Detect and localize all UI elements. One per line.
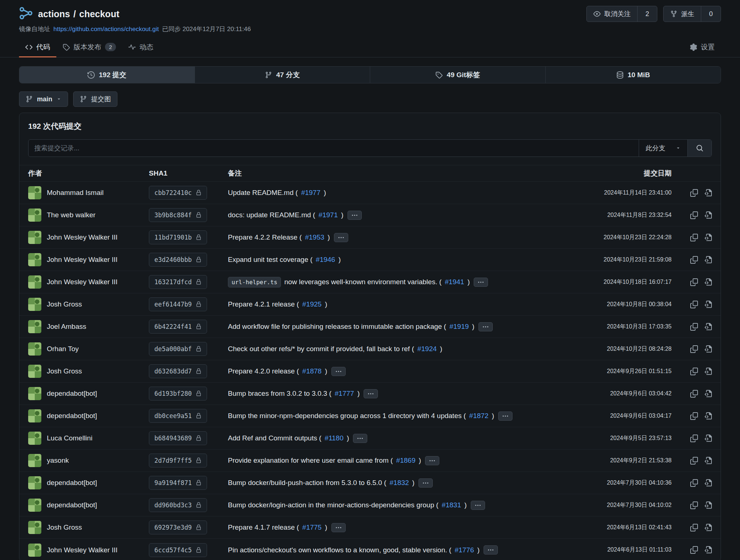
- stat-branches[interactable]: 47 分支: [195, 67, 370, 83]
- pr-link[interactable]: #1832: [390, 479, 409, 487]
- stat-size[interactable]: 10 MiB: [545, 67, 721, 83]
- commit-message-link[interactable]: Prepare 4.1.7 release (#1775): [228, 523, 327, 531]
- commit-sha-badge[interactable]: de5a000abf: [149, 342, 207, 356]
- pr-link[interactable]: #1775: [302, 523, 322, 531]
- repo-name-link[interactable]: checkout: [79, 9, 119, 19]
- pr-link[interactable]: #1180: [325, 434, 343, 442]
- avatar[interactable]: [28, 298, 41, 311]
- commit-author-link[interactable]: The web walker: [47, 211, 95, 219]
- expand-commit-body-button[interactable]: [353, 434, 367, 443]
- copy-sha-button[interactable]: [690, 546, 698, 554]
- commit-sha-badge[interactable]: e3d2460bbb: [149, 253, 207, 267]
- commit-message-link[interactable]: Bump the minor-npm-dependencies group ac…: [228, 412, 494, 420]
- commit-message-link[interactable]: Pin actions/checkout's own workflows to …: [228, 546, 480, 554]
- commit-message-link[interactable]: Bump docker/login-action in the minor-ac…: [228, 501, 467, 509]
- copy-sha-button[interactable]: [690, 345, 698, 353]
- copy-sha-button[interactable]: [690, 256, 698, 264]
- commit-sha-badge[interactable]: 163217dfcd: [149, 275, 207, 289]
- commit-sha-badge[interactable]: d632683dd7: [149, 364, 207, 378]
- pr-link[interactable]: #1941: [445, 278, 464, 286]
- browse-source-button[interactable]: [704, 390, 712, 398]
- pr-link[interactable]: #1924: [417, 345, 437, 353]
- pr-link[interactable]: #1831: [442, 501, 461, 509]
- tab-activity[interactable]: 动态: [122, 37, 159, 57]
- avatar[interactable]: [28, 365, 41, 378]
- pr-link[interactable]: #1872: [469, 412, 489, 420]
- copy-sha-button[interactable]: [690, 412, 698, 420]
- avatar[interactable]: [28, 253, 41, 266]
- avatar[interactable]: [28, 476, 41, 489]
- commit-message-link[interactable]: Prepare 4.2.2 Release (#1953): [228, 233, 330, 241]
- commit-sha-badge[interactable]: 6d193bf280: [149, 387, 207, 401]
- forks-count[interactable]: 0: [701, 6, 721, 22]
- search-button[interactable]: [687, 140, 711, 157]
- expand-commit-body-button[interactable]: [471, 501, 485, 510]
- avatar[interactable]: [28, 320, 41, 333]
- pr-link[interactable]: #1776: [455, 546, 474, 554]
- pr-link[interactable]: #1971: [319, 211, 338, 219]
- expand-commit-body-button[interactable]: [348, 211, 362, 220]
- expand-commit-body-button[interactable]: [334, 233, 348, 242]
- copy-sha-button[interactable]: [690, 524, 698, 531]
- commit-sha-badge[interactable]: 6b42224f41: [149, 320, 207, 334]
- commit-author-link[interactable]: John Wesley Walker III: [47, 278, 117, 286]
- tab-settings[interactable]: 设置: [684, 37, 721, 57]
- avatar[interactable]: [28, 186, 41, 199]
- browse-source-button[interactable]: [704, 211, 712, 219]
- copy-sha-button[interactable]: [690, 301, 698, 308]
- commit-graph-button[interactable]: 提交图: [73, 91, 117, 107]
- commit-author-link[interactable]: John Wesley Walker III: [47, 233, 117, 241]
- commit-message-link[interactable]: url-helper.ts now leverages well-known e…: [228, 277, 470, 287]
- commit-message-link[interactable]: Bump braces from 3.0.2 to 3.0.3 (#1777): [228, 390, 360, 398]
- browse-source-button[interactable]: [704, 501, 712, 509]
- avatar[interactable]: [28, 208, 41, 222]
- commit-author-link[interactable]: Josh Gross: [47, 300, 82, 308]
- commit-sha-badge[interactable]: 3b9b8c884f: [149, 208, 207, 222]
- commit-search-input[interactable]: [29, 140, 639, 157]
- browse-source-button[interactable]: [704, 234, 712, 241]
- commit-sha-badge[interactable]: dd960bd3c3: [149, 498, 207, 512]
- commit-author-link[interactable]: Orhan Toy: [47, 345, 79, 353]
- commit-author-link[interactable]: yasonk: [47, 456, 69, 465]
- browse-source-button[interactable]: [704, 412, 712, 420]
- copy-sha-button[interactable]: [690, 189, 698, 197]
- copy-sha-button[interactable]: [690, 501, 698, 509]
- expand-commit-body-button[interactable]: [478, 322, 493, 331]
- browse-source-button[interactable]: [704, 301, 712, 308]
- commit-sha-badge[interactable]: b684943689: [149, 431, 207, 445]
- browse-source-button[interactable]: [704, 479, 712, 487]
- avatar[interactable]: [28, 521, 41, 534]
- avatar[interactable]: [28, 409, 41, 422]
- commit-sha-badge[interactable]: 9a9194f871: [149, 476, 207, 490]
- pr-link[interactable]: #1878: [302, 367, 322, 375]
- commit-sha-badge[interactable]: 2d7d9f7ff5: [149, 454, 207, 467]
- expand-commit-body-button[interactable]: [364, 389, 378, 398]
- expand-commit-body-button[interactable]: [418, 478, 433, 488]
- branch-selector[interactable]: main: [19, 91, 68, 107]
- commit-author-link[interactable]: Luca Comellini: [47, 434, 93, 442]
- copy-sha-button[interactable]: [690, 479, 698, 487]
- commit-message-link[interactable]: Prepare 4.2.1 release (#1925): [228, 300, 327, 308]
- browse-source-button[interactable]: [704, 435, 712, 442]
- commit-author-link[interactable]: Josh Gross: [47, 367, 82, 375]
- avatar[interactable]: [28, 499, 41, 512]
- commit-message-link[interactable]: docs: update README.md (#1971): [228, 211, 343, 219]
- copy-sha-button[interactable]: [690, 278, 698, 286]
- copy-sha-button[interactable]: [690, 457, 698, 465]
- unwatch-button[interactable]: 取消关注: [587, 6, 637, 22]
- commit-author-link[interactable]: Mohammad Ismail: [47, 189, 104, 197]
- copy-sha-button[interactable]: [690, 368, 698, 375]
- copy-sha-button[interactable]: [690, 323, 698, 331]
- expand-commit-body-button[interactable]: [484, 545, 498, 555]
- commit-message-link[interactable]: Update README.md (#1977): [228, 189, 326, 197]
- browse-source-button[interactable]: [704, 368, 712, 375]
- commit-sha-badge[interactable]: cbb722410c: [149, 186, 207, 200]
- commit-sha-badge[interactable]: 6ccd57f4c5: [149, 543, 207, 557]
- commit-author-link[interactable]: Joel Ambass: [47, 323, 86, 331]
- commit-message-link[interactable]: Check out other refs/* by commit if prov…: [228, 345, 442, 353]
- expand-commit-body-button[interactable]: [331, 367, 346, 376]
- watchers-count[interactable]: 2: [637, 6, 657, 22]
- commit-sha-badge[interactable]: db0cee9a51: [149, 409, 207, 423]
- commit-author-link[interactable]: dependabot[bot]: [47, 412, 97, 420]
- commit-message-link[interactable]: Provide explanation for where user email…: [228, 456, 421, 465]
